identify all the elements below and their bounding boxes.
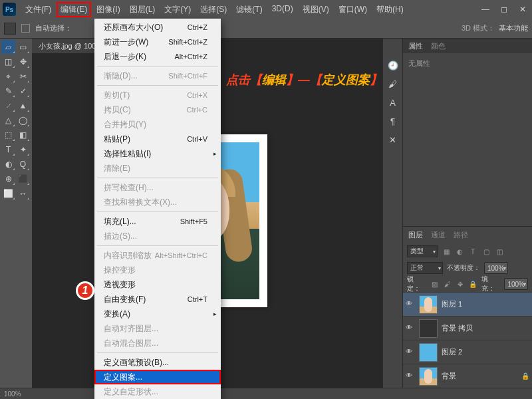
edit-menu-item-21[interactable]: 透视变形: [94, 277, 221, 292]
properties-empty: 无属性: [403, 53, 532, 80]
fill-value[interactable]: 100%: [504, 278, 528, 290]
opacity-label: 不透明度：: [447, 263, 480, 273]
menu-滤镜t[interactable]: 滤镜(T): [232, 2, 266, 17]
options-bar: 自动选择： 3D 模式： 基本功能: [0, 19, 532, 39]
blend-mode-dropdown[interactable]: 正常: [407, 262, 443, 274]
layer-row[interactable]: 👁图层 1: [403, 292, 532, 316]
tool-7[interactable]: ✓: [16, 84, 30, 98]
filter-adjust-icon[interactable]: ◐: [455, 247, 464, 256]
edit-menu-item-25: 自动混合图层...: [94, 336, 221, 350]
tool-6[interactable]: ✎: [1, 84, 15, 98]
tool-17[interactable]: Q: [16, 157, 30, 171]
annotation-overlay: 点击【编辑】—【定义图案】: [226, 72, 382, 88]
edit-menu-item-14: 查找和替换文本(X)...: [94, 195, 221, 209]
auto-select-checkbox[interactable]: [21, 24, 30, 33]
tab-channels[interactable]: 通道: [431, 230, 446, 240]
tool-1[interactable]: ▭: [16, 40, 30, 54]
tool-13[interactable]: ◧: [16, 128, 30, 142]
layer-row[interactable]: 👁背景 拷贝: [403, 316, 532, 340]
layer-row[interactable]: 👁背景🔒: [403, 364, 532, 388]
filter-smart-icon[interactable]: ◫: [495, 247, 504, 256]
tab-layers[interactable]: 图层: [408, 230, 423, 240]
history-icon[interactable]: 🕘: [386, 59, 400, 72]
menu-图像i[interactable]: 图像(I): [92, 2, 124, 17]
edit-menu-item-27[interactable]: 定义画笔预设(B)...: [94, 355, 221, 370]
maximize-button[interactable]: ◻: [497, 4, 511, 15]
tool-0[interactable]: ▱: [1, 40, 15, 54]
visibility-icon[interactable]: 👁: [406, 300, 415, 309]
tool-preset-icon[interactable]: [4, 23, 16, 35]
step-badge-1: 1: [76, 281, 94, 300]
ruler-icon[interactable]: ✕: [386, 133, 400, 146]
brush-icon[interactable]: 🖌: [386, 77, 400, 90]
menu-窗口w[interactable]: 窗口(W): [334, 2, 371, 17]
menu-文字y[interactable]: 文字(Y): [160, 2, 195, 17]
tool-2[interactable]: ◫: [1, 55, 15, 68]
tool-12[interactable]: ⬚: [1, 128, 15, 142]
edit-menu-item-28[interactable]: 定义图案...: [94, 370, 221, 384]
filter-text-icon[interactable]: T: [468, 247, 477, 256]
menu-编辑e[interactable]: 编辑(E): [57, 2, 91, 17]
visibility-icon[interactable]: 👁: [406, 324, 415, 333]
tool-10[interactable]: △: [1, 113, 15, 127]
edit-menu-item-20: 操控变形: [94, 263, 221, 277]
tool-21[interactable]: ↔: [16, 186, 30, 200]
filter-shape-icon[interactable]: ▢: [481, 247, 491, 256]
tool-14[interactable]: T: [1, 142, 15, 156]
workspace-essentials[interactable]: 基本功能: [499, 23, 528, 33]
menu-3dd[interactable]: 3D(D): [268, 2, 297, 17]
tool-3[interactable]: ✥: [16, 55, 30, 68]
lock-all-icon[interactable]: 🔒: [469, 279, 477, 289]
edit-menu-item-9[interactable]: 粘贴(P)Ctrl+V: [94, 132, 221, 146]
layer-row[interactable]: 👁图层 2: [403, 340, 532, 364]
close-button[interactable]: ✕: [516, 4, 529, 15]
lock-position-icon[interactable]: ✥: [456, 279, 464, 289]
lock-icon: 🔒: [521, 372, 529, 380]
lock-transparent-icon[interactable]: ▨: [430, 279, 439, 289]
edit-menu-item-10[interactable]: 选择性粘贴(I): [94, 146, 221, 161]
edit-menu-item-23[interactable]: 变换(A): [94, 307, 221, 321]
menu-帮助h[interactable]: 帮助(H): [372, 2, 408, 17]
menu-文件f[interactable]: 文件(F): [21, 2, 55, 17]
tool-9[interactable]: ▲: [16, 98, 30, 112]
lock-pixels-icon[interactable]: 🖌: [443, 279, 452, 289]
right-dock-tools: 🕘 🖌 A ¶ ✕: [382, 39, 402, 388]
tool-18[interactable]: ⊕: [1, 172, 15, 186]
tool-11[interactable]: ◯: [16, 113, 30, 127]
tool-16[interactable]: ◐: [1, 157, 15, 171]
edit-menu-item-1[interactable]: 前进一步(W)Shift+Ctrl+Z: [94, 35, 221, 49]
edit-menu-item-22[interactable]: 自由变换(F)Ctrl+T: [94, 292, 221, 307]
menu-视图v[interactable]: 视图(V): [299, 2, 333, 17]
edit-menu-item-29: 定义自定形状...: [94, 384, 221, 399]
char-icon[interactable]: A: [386, 96, 400, 109]
tool-20[interactable]: ⬜: [1, 186, 15, 200]
opacity-value[interactable]: 100%: [484, 262, 508, 274]
tab-color[interactable]: 颜色: [431, 41, 446, 51]
edit-menu-item-19: 内容识别缩放Alt+Shift+Ctrl+C: [94, 248, 221, 263]
edit-menu-dropdown: 还原画布大小(O)Ctrl+Z前进一步(W)Shift+Ctrl+Z后退一步(K…: [94, 19, 221, 399]
edit-menu-item-13: 拼写检查(H)...: [94, 180, 221, 195]
visibility-icon[interactable]: 👁: [406, 348, 415, 357]
tool-19[interactable]: ⬛: [16, 172, 30, 186]
layer-name: 背景: [442, 371, 456, 381]
para-icon[interactable]: ¶: [386, 114, 400, 128]
tool-4[interactable]: ⌖: [1, 69, 15, 83]
toolbox: ▱▭◫✥⌖✂✎✓⟋▲△◯⬚◧T✦◐Q⊕⬛⬜↔: [0, 39, 32, 388]
tab-properties[interactable]: 属性: [408, 41, 423, 51]
layer-thumbnail: [419, 319, 438, 338]
tool-8[interactable]: ⟋: [1, 98, 15, 112]
zoom-level[interactable]: 100%: [4, 390, 21, 398]
tool-15[interactable]: ✦: [16, 142, 30, 156]
layer-filter-kind[interactable]: 类型: [407, 245, 438, 257]
layer-thumbnail: [419, 295, 438, 314]
edit-menu-item-0[interactable]: 还原画布大小(O)Ctrl+Z: [94, 20, 221, 35]
edit-menu-item-2[interactable]: 后退一步(K)Alt+Ctrl+Z: [94, 49, 221, 64]
tab-paths[interactable]: 路径: [454, 230, 468, 240]
minimize-button[interactable]: —: [479, 4, 492, 15]
menu-选择s[interactable]: 选择(S): [196, 2, 231, 17]
edit-menu-item-16[interactable]: 填充(L)...Shift+F5: [94, 214, 221, 229]
menu-图层l[interactable]: 图层(L): [126, 2, 160, 17]
visibility-icon[interactable]: 👁: [406, 372, 415, 381]
tool-5[interactable]: ✂: [16, 69, 30, 83]
filter-pixel-icon[interactable]: ▦: [442, 247, 451, 256]
